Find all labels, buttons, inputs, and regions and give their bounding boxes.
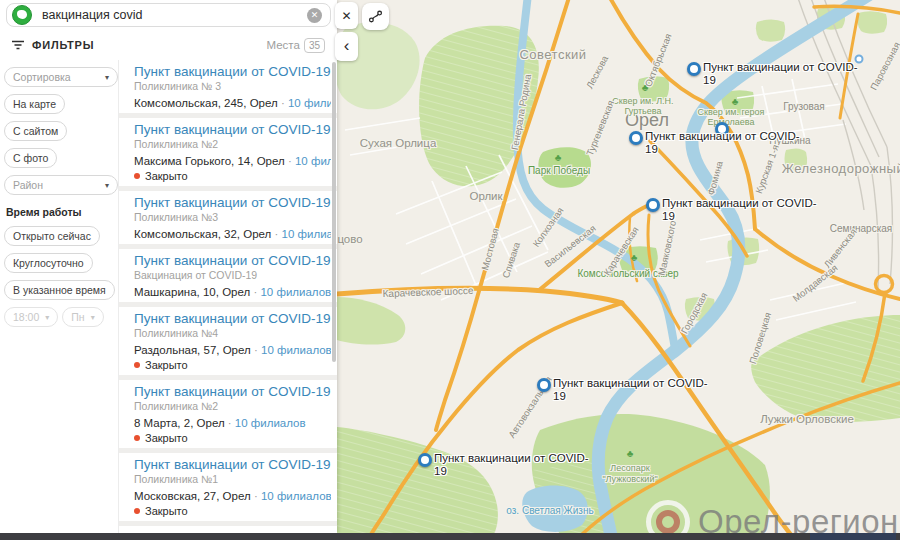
chevron-down-icon: ▾ (39, 313, 49, 322)
closed-status: Закрыто (134, 432, 331, 444)
result-subtitle: Поликлиника №4 (134, 327, 331, 339)
filter-chip-24h[interactable]: Круглосуточно (4, 253, 93, 273)
marker-label: Пункт вакцинации от COVID-19 (434, 452, 589, 478)
result-item[interactable]: Пункт вакцинации от COVID-19Поликлиника … (119, 307, 337, 375)
result-subtitle: Поликлиника №2 (134, 138, 331, 150)
marker-label: Пункт вакцинации от COVID-19 (553, 377, 708, 403)
result-address: Комсомольская, 245, Орел · 10 филиалов (134, 97, 331, 109)
result-title[interactable]: Пункт вакцинации от COVID-19 (134, 311, 331, 326)
app-logo-icon (12, 5, 32, 25)
route-button[interactable] (362, 3, 389, 30)
result-address: Максима Горького, 14, Орел · 10 филиалов (134, 155, 331, 167)
result-subtitle: Поликлиника № 3 (134, 80, 331, 92)
closed-dot-icon (134, 173, 140, 179)
close-results-button[interactable]: ✕ (335, 2, 358, 29)
chevron-down-icon: ▾ (99, 73, 109, 82)
result-title[interactable]: Пункт вакцинации от COVID-19 (134, 384, 331, 399)
marker-label: Пункт вакцинации от COVID-19 (703, 61, 858, 87)
bottom-bar (0, 533, 900, 540)
result-subtitle: Поликлиника №3 (134, 211, 331, 223)
result-item[interactable]: Пункт вакцинации от COVID-19Вакцинация о… (119, 249, 337, 302)
vaccination-point-marker[interactable] (418, 453, 432, 467)
filter-chip-open-now[interactable]: Открыто сейчас (4, 226, 100, 246)
district-select[interactable]: Район ▾ (4, 175, 118, 195)
filter-chip-with-photo[interactable]: С фото (4, 148, 57, 168)
branches-link[interactable]: 10 филиалов (282, 228, 331, 240)
branches-link[interactable]: 10 филиалов (235, 417, 306, 429)
time-select[interactable]: 18:00 ▾ (4, 307, 58, 327)
vaccination-point-marker[interactable] (646, 198, 660, 212)
closed-dot-icon (134, 508, 140, 514)
branches-link[interactable]: 10 филиалов (260, 286, 331, 298)
sort-select[interactable]: Сортировка ▾ (4, 67, 118, 87)
marker-label: Пункт вакцинации от COVID-19 (645, 130, 800, 156)
results-list[interactable]: Пункт вакцинации от COVID-19Поликлиника … (119, 60, 337, 533)
result-subtitle: Поликлиника №1 (134, 473, 331, 485)
poi-marker[interactable] (855, 55, 864, 64)
chevron-down-icon: ▾ (85, 313, 95, 322)
filter-icon (10, 37, 26, 53)
filter-chip-with-site[interactable]: С сайтом (4, 121, 67, 141)
result-address: Комсомольская, 32, Орел · 10 филиалов (134, 228, 331, 240)
result-title[interactable]: Пункт вакцинации от COVID-19 (134, 195, 331, 210)
vaccination-point-marker[interactable] (629, 131, 643, 145)
result-address: Московская, 27, Орел · 10 филиалов (134, 490, 331, 502)
vaccination-point-marker[interactable] (537, 378, 551, 392)
filter-panel: Сортировка ▾ На картеС сайтом С фото Рай… (0, 60, 119, 533)
result-item[interactable]: Пункт вакцинации от COVID-19Поликлиника … (119, 453, 337, 521)
day-select[interactable]: Пн ▾ (62, 307, 103, 327)
result-item[interactable]: Пункт вакцинации от COVID-19Поликлиника … (119, 191, 337, 244)
result-item[interactable]: Пункт вакцинации от COVID-19Поликлиника … (119, 118, 337, 186)
result-title[interactable]: Пункт вакцинации от COVID-19 (134, 64, 331, 79)
work-time-heading: Время работы (6, 206, 118, 218)
closed-status: Закрыто (134, 359, 331, 371)
closed-status: Закрыто (134, 505, 331, 517)
result-title[interactable]: Пункт вакцинации от COVID-19 (134, 253, 331, 268)
branches-link[interactable]: 10 филиалов (261, 490, 331, 502)
collapse-panel-button[interactable]: ‹ (335, 32, 358, 61)
filters-label[interactable]: ФИЛЬТРЫ (32, 39, 94, 51)
branches-link[interactable]: 10 филиалов (261, 344, 331, 356)
result-subtitle: Вакцинация от COVID-19 (134, 269, 331, 281)
search-bar: вакцинация covid ✕ (0, 0, 337, 30)
route-icon (367, 8, 384, 25)
closed-dot-icon (134, 435, 140, 441)
result-title[interactable]: Пункт вакцинации от COVID-19 (134, 457, 331, 472)
result-address: 8 Марта, 2, Орел · 10 филиалов (134, 417, 331, 429)
branches-link[interactable]: 10 филиалов (288, 97, 331, 109)
clear-search-icon[interactable]: ✕ (307, 8, 322, 23)
search-query-text[interactable]: вакцинация covid (42, 8, 307, 22)
scrollbar[interactable] (332, 62, 336, 362)
closed-dot-icon (134, 362, 140, 368)
branches-link[interactable]: 10 филиалов (295, 155, 331, 167)
closed-status: Закрыто (134, 170, 331, 182)
app-window: СоветскийЖелезнодорожныйОрелОрликСухая О… (0, 0, 900, 540)
result-title[interactable]: Пункт вакцинации от COVID-19 (134, 122, 331, 137)
marker-label: Пункт вакцинации от COVID-19 (662, 197, 817, 223)
filter-chip-on-map[interactable]: На карте (4, 94, 65, 114)
filters-header: ФИЛЬТРЫ Места 35 (0, 30, 337, 60)
result-subtitle: Поликлиника №2 (134, 400, 331, 412)
result-item[interactable]: Пункт вакцинации от COVID-19Плещеевская … (119, 526, 337, 533)
tab-places[interactable]: Места 35 (266, 30, 325, 60)
result-item[interactable]: Пункт вакцинации от COVID-19Поликлиника … (119, 60, 337, 113)
filter-chip-at-time[interactable]: В указанное время (4, 280, 115, 300)
chevron-down-icon: ▾ (99, 181, 109, 190)
result-address: Раздольная, 57, Орел · 10 филиалов (134, 344, 331, 356)
places-count-badge: 35 (304, 38, 325, 53)
result-item[interactable]: Пункт вакцинации от COVID-19Поликлиника … (119, 380, 337, 448)
left-panel: вакцинация covid ✕ ФИЛЬТРЫ Места 35 Сорт… (0, 0, 337, 533)
result-address: Машкарина, 10, Орел · 10 филиалов (134, 286, 331, 298)
search-input[interactable]: вакцинация covid ✕ (6, 3, 331, 27)
bottom-bar-segment (810, 533, 896, 540)
vaccination-point-marker[interactable] (687, 62, 701, 76)
